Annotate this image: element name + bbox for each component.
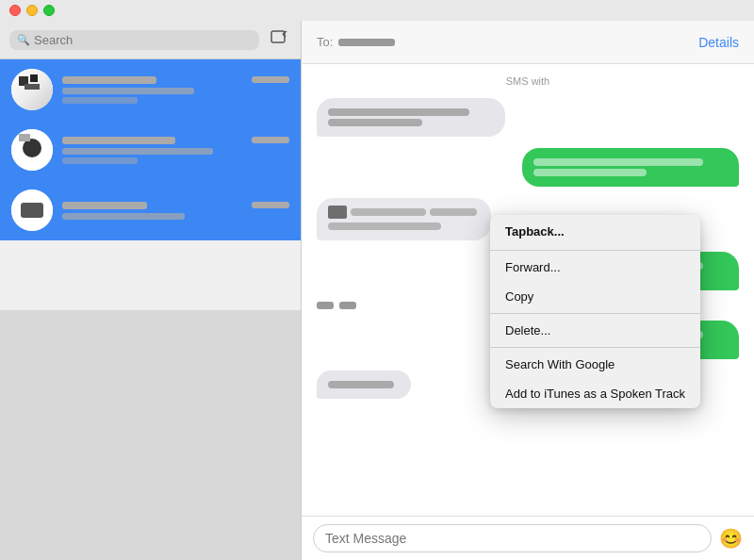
compose-icon	[270, 30, 287, 45]
conv-preview2	[62, 97, 138, 104]
context-menu-copy[interactable]: Copy	[490, 282, 700, 311]
message-row	[317, 98, 739, 137]
conversation-item[interactable]	[0, 180, 301, 240]
conv-time	[252, 137, 289, 143]
conv-preview	[62, 88, 194, 94]
context-menu-tapback[interactable]: Tapback...	[490, 215, 700, 248]
compose-button[interactable]	[267, 28, 291, 51]
context-menu-forward[interactable]: Forward...	[490, 253, 700, 282]
message-bubble[interactable]	[522, 148, 739, 187]
context-menu-divider	[490, 250, 700, 251]
recipient-name	[338, 39, 395, 46]
context-menu-divider	[490, 347, 700, 348]
chat-to: To:	[317, 35, 395, 49]
search-bar[interactable]: 🔍	[9, 30, 259, 50]
avatar	[11, 129, 53, 171]
context-menu-search-google[interactable]: Search With Google	[490, 350, 700, 379]
sidebar-empty	[0, 310, 301, 561]
conv-preview2	[62, 157, 138, 164]
avatar	[11, 69, 53, 110]
conversation-list	[0, 59, 301, 310]
title-bar	[0, 0, 754, 21]
search-input[interactable]	[34, 33, 252, 47]
message-bubble[interactable]	[317, 98, 505, 137]
emoji-button[interactable]: 😊	[719, 527, 743, 550]
svg-rect-0	[271, 31, 285, 42]
message-bubble[interactable]	[317, 371, 411, 399]
main-content: To: Details SMS with	[302, 21, 754, 560]
chat-header: To: Details	[302, 21, 754, 64]
close-button[interactable]	[9, 5, 21, 16]
context-menu-divider	[490, 313, 700, 314]
conv-content	[62, 76, 289, 104]
sms-label: SMS with	[317, 75, 739, 87]
sidebar: 🔍	[0, 21, 302, 560]
app-body: 🔍	[0, 21, 754, 560]
avatar	[11, 189, 53, 231]
minimize-button[interactable]	[26, 5, 38, 16]
conv-name	[62, 137, 175, 144]
maximize-button[interactable]	[43, 5, 55, 16]
conversation-item[interactable]	[0, 120, 301, 180]
context-menu-itunes[interactable]: Add to iTunes as a Spoken Track	[490, 379, 700, 408]
traffic-lights	[9, 5, 55, 16]
conv-name	[62, 202, 147, 209]
to-label: To:	[317, 35, 333, 49]
message-input[interactable]	[313, 524, 712, 552]
conv-time	[252, 202, 289, 208]
input-area: 😊	[302, 516, 754, 560]
message-row	[317, 148, 739, 187]
conv-preview	[62, 213, 185, 220]
search-icon: 🔍	[17, 34, 30, 46]
conv-preview	[62, 148, 213, 155]
sidebar-header: 🔍	[0, 21, 301, 59]
conv-content	[62, 137, 289, 164]
context-menu: Tapback... Forward... Copy Delete... Sea…	[490, 215, 700, 408]
message-bubble[interactable]	[317, 198, 491, 240]
conv-name	[62, 76, 156, 84]
conv-time	[252, 76, 289, 83]
details-button[interactable]: Details	[698, 35, 739, 50]
context-menu-delete[interactable]: Delete...	[490, 316, 700, 345]
messages-area[interactable]: SMS with	[302, 64, 754, 516]
conversation-item[interactable]	[0, 59, 301, 120]
conv-content	[62, 202, 289, 220]
